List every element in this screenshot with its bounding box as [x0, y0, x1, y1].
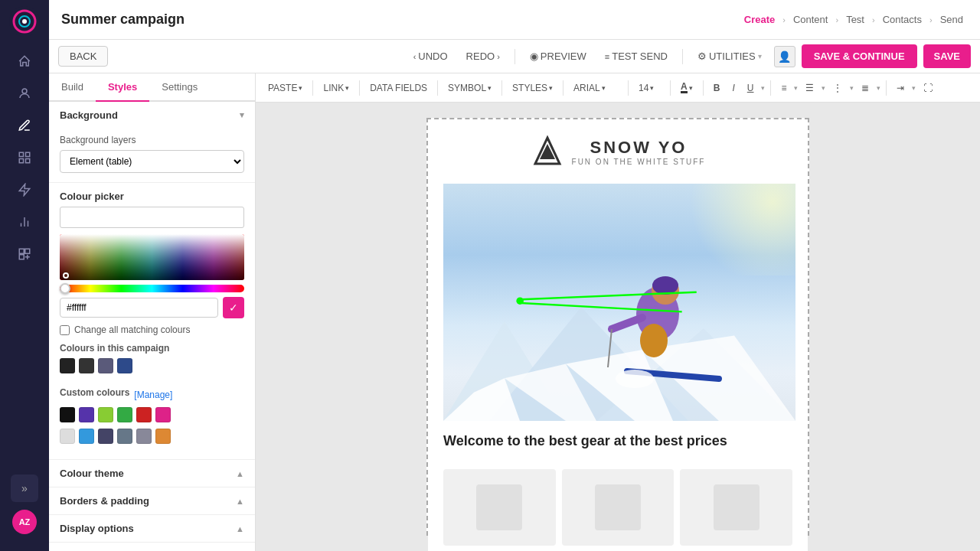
- user-avatar[interactable]: AZ: [12, 510, 37, 534]
- svg-line-33: [521, 292, 697, 300]
- custom-swatch-6[interactable]: [155, 407, 171, 422]
- swatch-2[interactable]: [79, 358, 94, 373]
- fullscreen-button[interactable]: ⛶: [919, 80, 937, 96]
- redo-button[interactable]: REDO ›: [460, 47, 506, 65]
- canvas-area[interactable]: SNOW YO FUN ON THE WHITE STUFF: [256, 103, 980, 551]
- email-products: [428, 461, 808, 551]
- swatch-1[interactable]: [60, 358, 75, 373]
- match-colours-row: Change all matching colours: [60, 324, 244, 335]
- paste-chevron: ▾: [299, 84, 302, 92]
- custom-swatch-1[interactable]: [60, 407, 75, 422]
- custom-swatch-3[interactable]: [98, 407, 113, 422]
- underline-chevron: ▾: [761, 84, 765, 92]
- sidebar-icon-analytics[interactable]: [11, 208, 38, 236]
- borders-label: Borders & padding: [60, 495, 149, 507]
- colour-picker-handle[interactable]: [63, 272, 69, 279]
- sidebar-icon-home[interactable]: [11, 47, 38, 75]
- bg-layers-select[interactable]: Element (table): [60, 150, 244, 173]
- tab-settings[interactable]: Settings: [149, 73, 210, 102]
- email-canvas[interactable]: SNOW YO FUN ON THE WHITE STUFF: [426, 118, 809, 536]
- hex-confirm-button[interactable]: ✓: [223, 297, 244, 318]
- hue-bar-wrap: [60, 285, 244, 292]
- utilities-button[interactable]: ⚙ UTILITIES ▾: [691, 47, 768, 65]
- product-thumb-2[interactable]: [562, 469, 675, 546]
- nav-create[interactable]: Create: [740, 11, 779, 28]
- svg-rect-5: [19, 152, 23, 156]
- nav-content[interactable]: Content: [789, 11, 833, 28]
- custom-swatch-12[interactable]: [155, 429, 171, 444]
- hue-bar-handle[interactable]: [60, 283, 70, 294]
- list-button[interactable]: ⋮: [828, 80, 847, 96]
- save-continue-button[interactable]: SAVE & CONTINUE: [802, 44, 917, 68]
- nav-test[interactable]: Test: [841, 11, 869, 28]
- email-width-header[interactable]: Email width ▲: [49, 543, 255, 551]
- swatch-3[interactable]: [98, 358, 113, 373]
- hero-image[interactable]: [443, 184, 795, 421]
- data-fields-button[interactable]: DATA FIELDS: [365, 80, 432, 96]
- nav-send[interactable]: Send: [936, 11, 968, 28]
- match-colours-checkbox[interactable]: [60, 325, 70, 335]
- email-headline: Welcome to the best gear at the best pri…: [443, 433, 792, 449]
- custom-swatch-10[interactable]: [117, 429, 132, 444]
- bullets-button[interactable]: ≣: [857, 80, 874, 96]
- background-header[interactable]: Background ▾: [49, 102, 255, 129]
- undo-button[interactable]: ‹ UNDO: [407, 47, 454, 65]
- save-button[interactable]: SAVE: [923, 44, 971, 68]
- bold-button[interactable]: B: [709, 80, 725, 96]
- symbol-button[interactable]: SYMBOL ▾: [443, 80, 496, 96]
- hue-bar[interactable]: [60, 285, 244, 292]
- sidebar-icon-expand[interactable]: »: [11, 474, 38, 502]
- svg-point-35: [516, 298, 524, 305]
- size-chevron: ▾: [650, 84, 654, 92]
- custom-swatch-5[interactable]: [136, 407, 152, 422]
- manage-link[interactable]: [Manage]: [134, 390, 172, 400]
- product-thumb-1[interactable]: [443, 469, 556, 546]
- app-logo: [9, 6, 40, 37]
- sidebar-icon-edit[interactable]: [11, 112, 38, 139]
- back-button[interactable]: BACK: [58, 46, 108, 67]
- hero-section[interactable]: [443, 184, 792, 421]
- italic-button[interactable]: I: [727, 80, 739, 96]
- custom-swatch-2[interactable]: [79, 407, 94, 422]
- tab-styles[interactable]: Styles: [96, 73, 149, 102]
- nav-contacts[interactable]: Contacts: [878, 11, 926, 28]
- colour-theme-header[interactable]: Colour theme ▲: [49, 460, 255, 487]
- paste-button[interactable]: PASTE ▾: [263, 80, 307, 96]
- borders-header[interactable]: Borders & padding ▲: [49, 487, 255, 514]
- sidebar-icon-integrations[interactable]: [11, 240, 38, 268]
- font-selector[interactable]: ARIAL ▾: [569, 80, 622, 96]
- colour-preview[interactable]: [60, 207, 244, 228]
- preview-button[interactable]: ◉ PREVIEW: [524, 47, 593, 65]
- hex-input[interactable]: [60, 298, 218, 318]
- indent-button[interactable]: ⇥: [892, 80, 909, 96]
- svg-point-3: [22, 19, 27, 24]
- sidebar-icon-grid[interactable]: [11, 144, 38, 171]
- test-send-button[interactable]: ≡ TEST SEND: [599, 47, 674, 65]
- custom-swatch-8[interactable]: [79, 429, 94, 444]
- align-button[interactable]: ≡: [776, 80, 791, 96]
- background-chevron: ▾: [240, 110, 244, 120]
- underline-button[interactable]: U: [743, 80, 759, 96]
- product-thumb-3[interactable]: [680, 469, 792, 546]
- font-chevron: ▾: [602, 84, 606, 92]
- sidebar-icon-users[interactable]: [11, 80, 38, 107]
- styles-button[interactable]: STYLES ▾: [508, 80, 557, 96]
- swatch-4[interactable]: [117, 358, 132, 373]
- colour-theme-chevron: ▲: [236, 469, 244, 478]
- custom-swatch-9[interactable]: [98, 429, 113, 444]
- custom-swatch-11[interactable]: [136, 429, 152, 444]
- sidebar-icon-automation[interactable]: [11, 176, 38, 204]
- align2-button[interactable]: ☰: [801, 80, 818, 96]
- tab-build[interactable]: Build: [49, 73, 96, 102]
- display-options-header[interactable]: Display options ▲: [49, 515, 255, 542]
- link-button[interactable]: LINK ▾: [318, 80, 354, 96]
- custom-swatch-4[interactable]: [117, 407, 132, 422]
- custom-swatch-7[interactable]: [60, 429, 75, 444]
- colour-gradient[interactable]: [60, 234, 244, 280]
- symbol-chevron: ▾: [488, 84, 492, 92]
- styles-chevron: ▾: [549, 84, 553, 92]
- user-icon-btn[interactable]: 👤: [774, 46, 795, 67]
- font-size-selector[interactable]: 14 ▾: [634, 80, 665, 96]
- colour-theme-label: Colour theme: [60, 468, 124, 479]
- font-color-button[interactable]: A ▾: [676, 80, 697, 96]
